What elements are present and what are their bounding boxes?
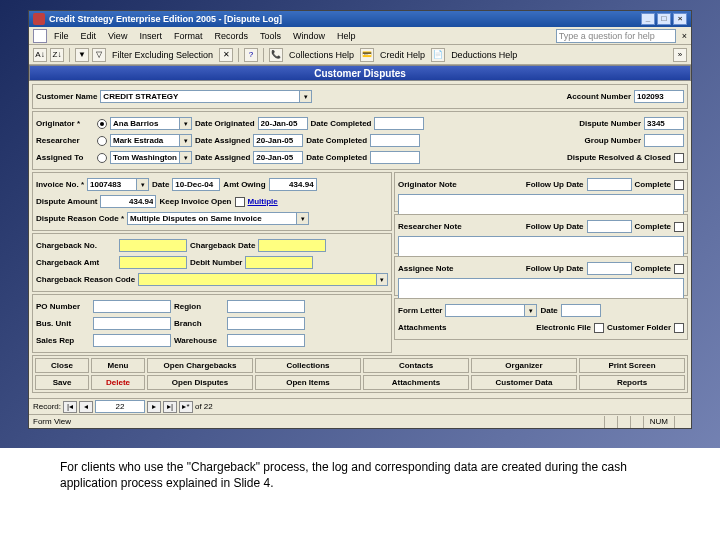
deductions-help-label[interactable]: Deductions Help: [448, 50, 520, 60]
group-number-field[interactable]: [644, 134, 684, 147]
menu-help[interactable]: Help: [332, 29, 361, 43]
dispute-amount-field[interactable]: [100, 195, 156, 208]
multiple-link[interactable]: Multiple: [248, 197, 278, 206]
chargeback-reason-dropdown[interactable]: ▾: [377, 273, 388, 286]
chargeback-reason-field[interactable]: [138, 273, 376, 286]
menu-records[interactable]: Records: [209, 29, 253, 43]
region-field[interactable]: [227, 300, 305, 313]
date-assigned-field-2[interactable]: [253, 151, 303, 164]
collections-help-label[interactable]: Collections Help: [286, 50, 357, 60]
filter-form-icon[interactable]: ▽: [92, 48, 106, 62]
help-search-input[interactable]: [556, 29, 676, 43]
menu-insert[interactable]: Insert: [134, 29, 167, 43]
warehouse-field[interactable]: [227, 334, 305, 347]
researcher-complete-checkbox[interactable]: [674, 222, 684, 232]
maximize-button[interactable]: □: [657, 13, 671, 25]
branch-field[interactable]: [227, 317, 305, 330]
nav-new-button[interactable]: ▸*: [179, 401, 193, 413]
date-completed-field-1[interactable]: [374, 117, 424, 130]
toolbar-overflow-icon[interactable]: »: [673, 48, 687, 62]
date-completed-field-2[interactable]: [370, 134, 420, 147]
record-current-field[interactable]: [95, 400, 145, 413]
assignee-followup-field[interactable]: [587, 262, 632, 275]
organizer-button[interactable]: Organizer: [471, 358, 577, 373]
dispute-resolved-checkbox[interactable]: [674, 153, 684, 163]
customer-name-field[interactable]: [100, 90, 300, 103]
date-originated-field[interactable]: [258, 117, 308, 130]
assigned-to-radio[interactable]: [97, 153, 107, 163]
menu-file[interactable]: File: [49, 29, 74, 43]
filter-selection-icon[interactable]: ▼: [75, 48, 89, 62]
account-number-field[interactable]: [634, 90, 684, 103]
invoice-date-field[interactable]: [172, 178, 220, 191]
close-button[interactable]: Close: [35, 358, 89, 373]
remove-filter-icon[interactable]: ✕: [219, 48, 233, 62]
originator-complete-checkbox[interactable]: [674, 180, 684, 190]
reports-button[interactable]: Reports: [579, 375, 685, 390]
contacts-button[interactable]: Contacts: [363, 358, 469, 373]
filter-exclude-label[interactable]: Filter Excluding Selection: [109, 50, 216, 60]
deductions-help-icon[interactable]: 📄: [431, 48, 445, 62]
nav-next-button[interactable]: ▸: [147, 401, 161, 413]
invoice-no-dropdown[interactable]: ▾: [137, 178, 149, 191]
dispute-reason-dropdown[interactable]: ▾: [297, 212, 309, 225]
date-completed-field-3[interactable]: [370, 151, 420, 164]
researcher-dropdown[interactable]: ▾: [180, 134, 192, 147]
menu-tools[interactable]: Tools: [255, 29, 286, 43]
nav-first-button[interactable]: |◂: [63, 401, 77, 413]
help-icon[interactable]: ?: [244, 48, 258, 62]
menu-view[interactable]: View: [103, 29, 132, 43]
chargeback-date-field[interactable]: [258, 239, 326, 252]
sort-desc-icon[interactable]: Z↓: [50, 48, 64, 62]
chargeback-no-field[interactable]: [119, 239, 187, 252]
date-assigned-field-1[interactable]: [253, 134, 303, 147]
attachments-button[interactable]: Attachments: [363, 375, 469, 390]
assigned-to-field[interactable]: [110, 151, 180, 164]
originator-dropdown[interactable]: ▾: [180, 117, 192, 130]
nav-prev-button[interactable]: ◂: [79, 401, 93, 413]
mdi-close-button[interactable]: ×: [682, 31, 687, 41]
assignee-complete-checkbox[interactable]: [674, 264, 684, 274]
electronic-file-checkbox[interactable]: [594, 323, 604, 333]
open-chargebacks-button[interactable]: Open Chargebacks: [147, 358, 253, 373]
originator-radio[interactable]: [97, 119, 107, 129]
amt-owing-field[interactable]: [269, 178, 317, 191]
sales-rep-field[interactable]: [93, 334, 171, 347]
form-icon[interactable]: [33, 29, 47, 43]
menu-window[interactable]: Window: [288, 29, 330, 43]
delete-button[interactable]: Delete: [91, 375, 145, 390]
originator-field[interactable]: [110, 117, 180, 130]
minimize-button[interactable]: _: [641, 13, 655, 25]
customer-folder-checkbox[interactable]: [674, 323, 684, 333]
dispute-number-field[interactable]: [644, 117, 684, 130]
menu-format[interactable]: Format: [169, 29, 208, 43]
customer-data-button[interactable]: Customer Data: [471, 375, 577, 390]
menu-edit[interactable]: Edit: [76, 29, 102, 43]
debit-number-field[interactable]: [245, 256, 313, 269]
customer-name-dropdown[interactable]: ▾: [300, 90, 312, 103]
assigned-to-dropdown[interactable]: ▾: [180, 151, 192, 164]
close-window-button[interactable]: ×: [673, 13, 687, 25]
letter-date-field[interactable]: [561, 304, 601, 317]
researcher-radio[interactable]: [97, 136, 107, 146]
print-screen-button[interactable]: Print Screen: [579, 358, 685, 373]
collections-button[interactable]: Collections: [255, 358, 361, 373]
save-button[interactable]: Save: [35, 375, 89, 390]
originator-followup-field[interactable]: [587, 178, 632, 191]
credit-help-label[interactable]: Credit Help: [377, 50, 428, 60]
invoice-no-field[interactable]: [87, 178, 137, 191]
dispute-reason-field[interactable]: [127, 212, 297, 225]
researcher-followup-field[interactable]: [587, 220, 632, 233]
sort-asc-icon[interactable]: A↓: [33, 48, 47, 62]
keep-invoice-open-checkbox[interactable]: [235, 197, 245, 207]
form-letter-field[interactable]: [445, 304, 525, 317]
collections-help-icon[interactable]: 📞: [269, 48, 283, 62]
nav-last-button[interactable]: ▸|: [163, 401, 177, 413]
open-disputes-button[interactable]: Open Disputes: [147, 375, 253, 390]
bus-unit-field[interactable]: [93, 317, 171, 330]
menu-button[interactable]: Menu: [91, 358, 145, 373]
form-letter-dropdown[interactable]: ▾: [525, 304, 537, 317]
open-items-button[interactable]: Open Items: [255, 375, 361, 390]
credit-help-icon[interactable]: 💳: [360, 48, 374, 62]
chargeback-amt-field[interactable]: [119, 256, 187, 269]
